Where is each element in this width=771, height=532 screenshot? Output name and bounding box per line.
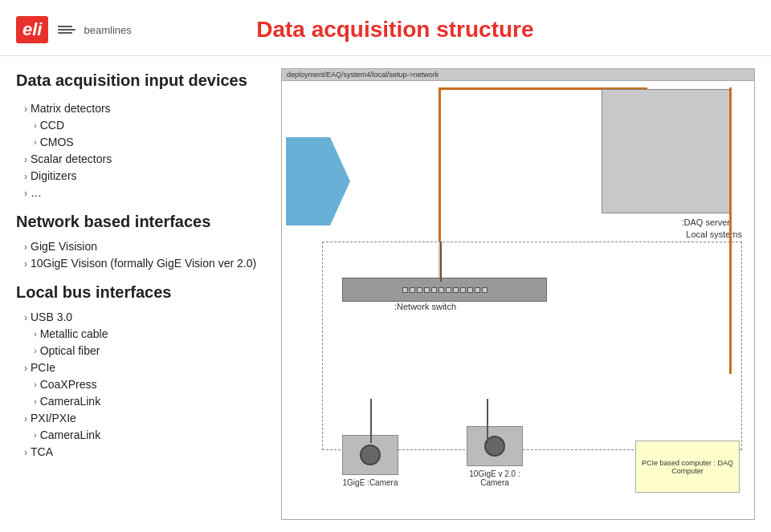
item-label: Optical fiber: [40, 343, 100, 359]
daq-server-box: [602, 89, 730, 213]
daq-server-label: :DAQ server: [602, 217, 730, 227]
arrow-icon: ›: [24, 412, 27, 426]
page-title: Data acquisition structure: [35, 17, 755, 43]
svg-marker-0: [286, 137, 350, 225]
arrow-icon: ›: [34, 327, 37, 341]
camera1-connector: [370, 399, 372, 443]
list-item: › 10GigE Visison (formally GigE Vision v…: [24, 255, 265, 272]
arrow-icon: ›: [24, 257, 27, 271]
section3-heading: Local bus interfaces: [16, 280, 265, 304]
arrow-icon: ›: [24, 169, 27, 184]
diagram-panel: deployment/EAQ/system4/local/setup->netw…: [281, 68, 755, 520]
list-item: › GigE Visision: [24, 238, 265, 255]
diagram-path-bar: deployment/EAQ/system4/local/setup->netw…: [282, 69, 754, 81]
orange-right-v: [729, 87, 732, 224]
arrow-icon: ›: [24, 102, 27, 116]
item-label: USB 3.0: [31, 309, 72, 326]
section1-heading: Data acquisition input devices: [16, 68, 265, 92]
list-item: › Digitizers: [24, 168, 265, 185]
list-item: › CMOS: [34, 134, 265, 151]
arrow-icon: ›: [34, 136, 37, 149]
arrow-icon: ›: [34, 428, 37, 442]
arrow-icon: ›: [34, 395, 37, 408]
camera-10gige: 10GigE v 2.0 : Camera: [455, 426, 535, 487]
arrow-icon: ›: [24, 311, 27, 325]
list-item: › CameraLink: [34, 393, 265, 410]
list-item: › TCA: [24, 444, 265, 461]
list-item: › Scalar detectors: [24, 151, 265, 168]
list-item: › Optical fiber: [34, 343, 265, 359]
item-label: TCA: [31, 444, 53, 461]
network-switch: [342, 278, 547, 302]
camera-10gige-body: [467, 426, 523, 466]
item-label: PXI/PXIe: [31, 410, 76, 427]
camera-lens-icon: [360, 445, 381, 465]
item-label: CMOS: [40, 134, 74, 151]
item-label: Metallic cable: [40, 326, 108, 343]
camera-1gige-label: 1GigE :Camera: [334, 478, 406, 487]
list-item: › PXI/PXIe: [24, 410, 265, 427]
item-label: PCIe: [31, 359, 55, 376]
camera2-connector: [487, 399, 488, 443]
blue-arrow-icon: [286, 137, 350, 225]
item-label: CoaXPress: [40, 376, 97, 393]
section2-heading: Network based interfaces: [16, 209, 265, 234]
item-label: Matrix detectors: [31, 100, 111, 117]
arrow-icon: ›: [34, 344, 37, 358]
arrow-icon: ›: [24, 240, 27, 254]
list-item: › PCIe: [24, 359, 265, 376]
local-systems-box: [322, 242, 742, 450]
item-label: CameraLink: [40, 427, 100, 444]
item-label: Scalar detectors: [31, 151, 112, 168]
list-item: › …: [24, 185, 265, 201]
arrow-icon: ›: [24, 152, 27, 167]
pcie-computer-box: PCIe based computer : DAQ Computer: [635, 441, 740, 493]
item-label: Digitizers: [31, 168, 77, 185]
switch-vertical-connector: [440, 242, 442, 282]
list-item: › USB 3.0: [24, 309, 265, 326]
header: eli beamlines Data acquisition structure: [0, 0, 771, 56]
arrow-icon: ›: [34, 119, 37, 132]
item-label: GigE Visision: [31, 238, 97, 255]
left-panel: Data acquisition input devices › Matrix …: [16, 68, 265, 520]
arrow-icon: ›: [24, 361, 27, 376]
network-switch-label: :Network switch: [394, 302, 456, 311]
list-item: › Metallic cable: [34, 326, 265, 343]
list-item: › CameraLink: [34, 427, 265, 444]
arrow-icon: ›: [24, 445, 27, 460]
orange-daq-to-pcie: [729, 213, 732, 374]
item-label: CCD: [40, 117, 64, 134]
list-item: › CCD: [34, 117, 265, 134]
camera-10gige-label: 10GigE v 2.0 : Camera: [455, 469, 535, 487]
diagram-body: :DAQ server Local systems: [282, 81, 754, 515]
item-label: …: [31, 185, 42, 201]
main-content: Data acquisition input devices › Matrix …: [0, 56, 771, 532]
item-label: 10GigE Visison (formally GigE Vision ver…: [31, 255, 256, 272]
pcie-label: PCIe based computer : DAQ Computer: [636, 457, 739, 477]
list-item: › CoaXPress: [34, 376, 265, 393]
arrow-icon: ›: [24, 186, 27, 201]
local-systems-label: Local systems: [686, 229, 742, 239]
item-label: CameraLink: [40, 393, 100, 410]
list-item: › Matrix detectors: [24, 100, 265, 117]
arrow-icon: ›: [34, 378, 37, 392]
